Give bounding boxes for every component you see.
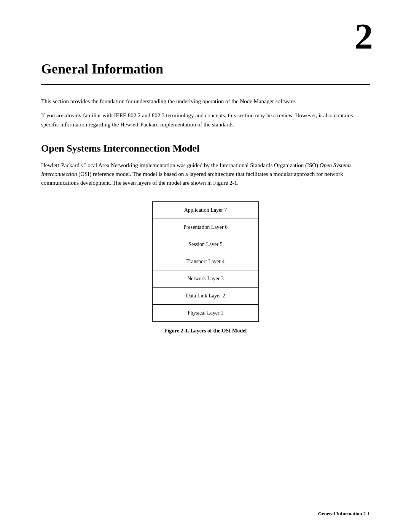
osi-layer-5: Session Layer 5 <box>153 236 258 253</box>
section-title: Open Systems Interconnection Model <box>41 143 370 154</box>
footer-text: General Information 2-1 <box>318 511 370 517</box>
body-paragraph: Hewlett-Packard's Local Area Networking … <box>41 161 370 188</box>
chapter-number: 2 <box>355 15 373 58</box>
osi-layer-3: Network Layer 3 <box>153 270 258 288</box>
osi-layer-6: Presentation Layer 6 <box>153 219 258 236</box>
osi-layer-2: Data Link Layer 2 <box>153 288 258 305</box>
osi-layer-4: Transport Layer 4 <box>153 253 258 270</box>
figure-caption-bold: Figure 2-1. Layers of the OSI Model <box>164 328 247 334</box>
title-rule <box>41 84 370 85</box>
osi-layer-1: Physical Layer 1 <box>153 305 258 321</box>
footer: General Information 2-1 <box>0 511 411 517</box>
page: 2 General Information This section provi… <box>0 0 411 532</box>
figure-container: Application Layer 7 Presentation Layer 6… <box>41 201 370 334</box>
content-area: General Information This section provide… <box>0 0 411 374</box>
intro-paragraph-1: This section provides the foundation for… <box>41 97 370 106</box>
figure-caption: Figure 2-1. Layers of the OSI Model <box>164 328 247 334</box>
osi-layer-7: Application Layer 7 <box>153 202 258 219</box>
osi-table: Application Layer 7 Presentation Layer 6… <box>152 201 259 322</box>
page-title: General Information <box>41 61 370 77</box>
intro-paragraph-2: If you are already familiar with IEEE 80… <box>41 111 370 129</box>
